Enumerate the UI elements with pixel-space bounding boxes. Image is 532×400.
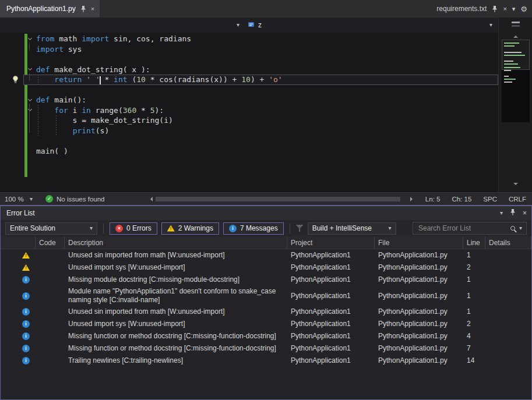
errors-filter-button[interactable]: × 0 Errors bbox=[110, 222, 157, 235]
pin-icon[interactable] bbox=[510, 209, 516, 217]
code-line[interactable]: print(s) bbox=[23, 126, 498, 136]
close-icon[interactable]: × bbox=[503, 6, 506, 12]
member-dropdown[interactable]: z ▾ bbox=[242, 17, 498, 33]
error-row[interactable]: iTrailing newlines [C:trailing-newlines]… bbox=[1, 355, 531, 367]
panel-title: Error List bbox=[6, 209, 35, 217]
close-icon[interactable]: × bbox=[523, 209, 527, 217]
issues-indicator[interactable]: ✓ No issues found bbox=[45, 195, 104, 203]
fold-chevron-icon[interactable] bbox=[27, 66, 31, 70]
fold-chevron-icon[interactable] bbox=[27, 97, 31, 101]
warning-icon: ! bbox=[22, 252, 30, 259]
error-line: 7 bbox=[463, 343, 485, 354]
filter-icon[interactable] bbox=[296, 225, 304, 232]
code-line[interactable]: def main(): bbox=[23, 95, 498, 105]
error-details bbox=[485, 360, 531, 362]
search-icon[interactable] bbox=[510, 226, 515, 231]
horizontal-scrollbar[interactable] bbox=[148, 196, 414, 202]
code-line[interactable]: main( ) bbox=[23, 146, 498, 157]
minimap-viewport[interactable] bbox=[502, 40, 530, 70]
pin-icon[interactable] bbox=[492, 6, 498, 12]
search-input[interactable] bbox=[417, 224, 506, 233]
pin-icon[interactable] bbox=[80, 6, 86, 12]
severity-cell: i bbox=[1, 356, 36, 366]
chevron-down-icon[interactable]: ▾ bbox=[519, 225, 522, 231]
fold-chevron-icon[interactable] bbox=[27, 107, 31, 111]
code-editor[interactable]: from math import sin, cos, radiansimport… bbox=[0, 33, 498, 192]
text-caret bbox=[100, 76, 101, 84]
error-row[interactable]: iUnused import sys [W:unused-import]Pyth… bbox=[1, 318, 531, 330]
error-code bbox=[36, 348, 65, 350]
scrollbar-track[interactable] bbox=[154, 196, 408, 202]
column-header-file[interactable]: File bbox=[375, 236, 463, 249]
lightbulb-icon[interactable] bbox=[11, 75, 20, 86]
error-row[interactable]: iUnused sin imported from math [W:unused… bbox=[1, 306, 531, 318]
gear-icon[interactable]: ⚙ bbox=[520, 6, 527, 12]
errors-label: 0 Errors bbox=[126, 224, 152, 232]
error-row[interactable]: !Unused import sys [W:unused-import]Pyth… bbox=[1, 261, 531, 274]
spaces-indicator[interactable]: SPC bbox=[477, 196, 503, 203]
error-row[interactable]: iModule name "PythonApplication1" doesn'… bbox=[1, 286, 531, 306]
column-header-description[interactable]: Description bbox=[65, 236, 287, 249]
error-description: Unused import sys [W:unused-import] bbox=[65, 262, 287, 273]
chevron-down-icon[interactable]: ▾ bbox=[500, 210, 503, 216]
severity-cell: i bbox=[1, 275, 36, 285]
error-file: PythonApplication1.py bbox=[375, 306, 463, 317]
scope-filter-dropdown[interactable]: Entire Solution ▾ bbox=[5, 222, 97, 235]
zoom-dropdown[interactable]: 100 % ▾ bbox=[0, 196, 37, 203]
scroll-up-arrow[interactable] bbox=[513, 33, 518, 38]
messages-filter-button[interactable]: i 7 Messages bbox=[223, 222, 284, 235]
tab-requirements[interactable]: requirements.txt bbox=[436, 5, 487, 13]
project-dropdown[interactable]: ▾ bbox=[0, 17, 242, 33]
info-icon: i bbox=[22, 276, 30, 284]
column-header-code[interactable]: Code bbox=[36, 236, 65, 249]
error-row[interactable]: iMissing function or method docstring [C… bbox=[1, 342, 531, 355]
fold-chevron-icon[interactable] bbox=[27, 36, 31, 40]
error-row[interactable]: iMissing module docstring [C:missing-mod… bbox=[1, 274, 531, 286]
scrollbar-thumb[interactable] bbox=[156, 197, 400, 201]
code-line[interactable] bbox=[23, 85, 498, 95]
error-code bbox=[36, 311, 65, 313]
code-line[interactable]: return ' ' * int (10 * cos(radians(x)) +… bbox=[23, 75, 498, 85]
splitter-handle[interactable] bbox=[499, 17, 532, 31]
eol-indicator[interactable]: CRLF bbox=[503, 196, 532, 203]
code-line[interactable]: import sys bbox=[23, 44, 498, 55]
error-details bbox=[485, 279, 531, 281]
tab-pythonapplication1[interactable]: PythonApplication1.py × bbox=[0, 0, 100, 17]
fold-margin[interactable] bbox=[23, 38, 36, 40]
close-icon[interactable]: × bbox=[91, 6, 94, 12]
fold-margin[interactable] bbox=[23, 69, 36, 70]
source-filter-dropdown[interactable]: Build + IntelliSense ▾ bbox=[308, 222, 396, 235]
fold-guide-line bbox=[29, 104, 30, 133]
column-header-line[interactable]: Line bbox=[463, 236, 485, 249]
error-project: PythonApplication1 bbox=[287, 331, 375, 342]
scroll-down-arrow[interactable] bbox=[513, 183, 518, 187]
severity-cell: i bbox=[1, 307, 36, 317]
column-header-severity[interactable] bbox=[1, 236, 36, 249]
minimap[interactable] bbox=[502, 40, 530, 122]
info-icon: i bbox=[22, 320, 30, 328]
error-project: PythonApplication1 bbox=[287, 355, 375, 366]
warnings-filter-button[interactable]: ! 2 Warnings bbox=[161, 222, 219, 235]
panel-title-bar[interactable]: Error List ▾ × bbox=[1, 206, 531, 220]
error-row[interactable]: iMissing function or method docstring [C… bbox=[1, 330, 531, 342]
column-header-project[interactable]: Project bbox=[287, 236, 375, 249]
info-icon: i bbox=[22, 308, 30, 316]
scroll-right-arrow[interactable] bbox=[410, 197, 415, 201]
info-icon: i bbox=[229, 225, 237, 232]
chevron-down-icon[interactable]: ▾ bbox=[512, 6, 516, 12]
warning-icon: ! bbox=[22, 264, 30, 271]
scroll-left-arrow[interactable] bbox=[148, 197, 153, 201]
code-line[interactable]: from math import sin, cos, radians bbox=[23, 34, 498, 44]
error-code bbox=[36, 295, 65, 297]
error-row[interactable]: !Unused sin imported from math [W:unused… bbox=[1, 249, 531, 261]
code-line[interactable]: s = make_dot_string(i) bbox=[23, 115, 498, 126]
code-line[interactable]: def make_dot_string( x ): bbox=[23, 65, 498, 75]
fold-margin[interactable] bbox=[23, 109, 36, 111]
fold-margin[interactable] bbox=[23, 100, 36, 101]
code-line[interactable] bbox=[23, 54, 498, 65]
search-box[interactable]: ▾ bbox=[413, 222, 527, 235]
error-details bbox=[485, 335, 531, 338]
column-header-details[interactable]: Details bbox=[485, 236, 531, 249]
code-line[interactable]: for i in range(360 * 5): bbox=[23, 105, 498, 116]
code-line[interactable] bbox=[23, 136, 498, 146]
